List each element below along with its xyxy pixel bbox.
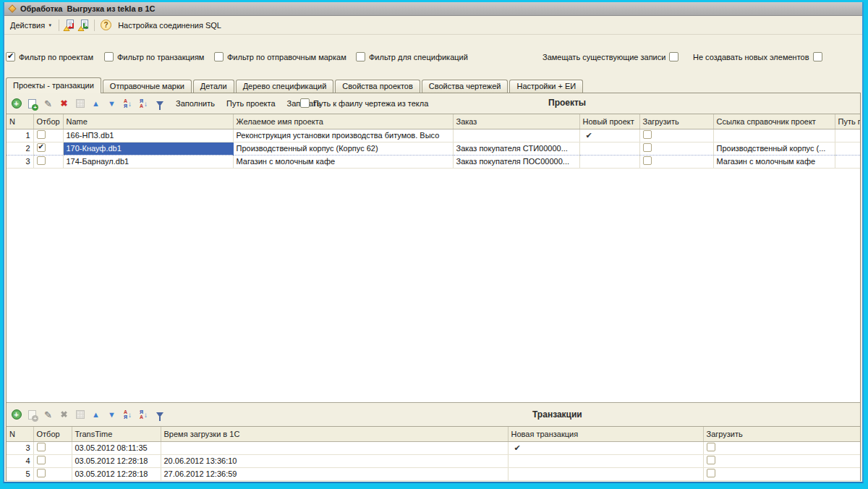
trans-time-cell[interactable]: 03.05.2012 08:11:35 xyxy=(72,441,161,454)
name-cell[interactable]: 174-Барнаул.db1 xyxy=(63,155,233,168)
column-header[interactable]: Name xyxy=(63,114,233,129)
sql-settings-button[interactable]: Настройка соединения SQL xyxy=(114,19,225,32)
otbor-checkbox-cell[interactable] xyxy=(33,441,72,454)
otbor-checkbox-cell[interactable] xyxy=(33,467,72,480)
column-header[interactable]: Ссылка справочник проект xyxy=(713,114,835,129)
add-icon[interactable]: + xyxy=(10,409,22,420)
row-number-cell[interactable]: 5 xyxy=(7,467,33,480)
add-icon[interactable]: + xyxy=(10,98,22,109)
order-cell[interactable]: Заказ покупателя СТИ00000... xyxy=(453,142,579,155)
project-ref-cell[interactable]: Магазин с молочным кафе xyxy=(713,155,835,168)
order-cell[interactable]: Заказ покупателя ПОС00000... xyxy=(453,155,579,168)
load-checkbox-cell[interactable] xyxy=(703,441,860,454)
row-number-cell[interactable]: 4 xyxy=(7,454,33,467)
column-header[interactable]: N xyxy=(7,427,33,441)
project-ref-cell[interactable]: Производственный корпус (... xyxy=(713,142,835,155)
load-checkbox-cell[interactable] xyxy=(639,155,713,168)
desired-name-cell[interactable]: Производственный корпус (Корпус 62) xyxy=(233,142,453,155)
trans-time-cell[interactable]: 03.05.2012 12:28:18 xyxy=(72,454,161,467)
new-transaction-cell[interactable]: ✔ xyxy=(508,441,703,454)
column-header[interactable]: Отбор xyxy=(33,427,72,441)
tab-projects-transactions[interactable]: Проекты - транзакции xyxy=(6,77,101,93)
sort-asc-icon[interactable]: АЯ↓ xyxy=(122,98,134,109)
column-header[interactable]: Новая транзакция xyxy=(508,427,703,441)
window-titlebar[interactable]: Обработка Выгрузка из tekla в 1С xyxy=(4,2,862,16)
new-transaction-cell[interactable] xyxy=(508,467,703,480)
load-checkbox-cell[interactable] xyxy=(639,142,713,155)
name-cell[interactable]: 166-НПЗ.db1 xyxy=(63,129,233,142)
tab-project-properties[interactable]: Свойства проектов xyxy=(335,80,420,93)
load-checkbox-cell[interactable] xyxy=(703,467,860,480)
filter-specifications-checkbox[interactable]: Фильтр для спецификаций xyxy=(356,52,468,61)
project-ref-cell[interactable] xyxy=(713,129,835,142)
list-settings-icon[interactable] xyxy=(153,409,166,420)
actions-button[interactable]: Действия ▼ xyxy=(7,19,56,32)
filter-shipping-marks-checkbox[interactable]: Фильтр по отправочным маркам xyxy=(214,52,346,61)
move-down-icon[interactable]: ▼ xyxy=(106,409,118,420)
sort-desc-icon[interactable]: ЯА↓ xyxy=(137,409,150,420)
otbor-checkbox-cell[interactable] xyxy=(33,129,63,142)
row-number-cell[interactable]: 3 xyxy=(7,441,33,454)
load-time-cell[interactable] xyxy=(161,441,508,454)
edit-icon[interactable]: ✎ xyxy=(42,98,54,109)
row-number-cell[interactable]: 2 xyxy=(7,142,33,155)
otbor-checkbox-cell[interactable] xyxy=(33,142,63,155)
tab-details[interactable]: Детали xyxy=(193,80,234,93)
edit-icon[interactable]: ✎ xyxy=(42,409,54,420)
fill-button[interactable]: Заполнить xyxy=(176,99,215,108)
column-header[interactable]: Время загрузки в 1С xyxy=(161,427,508,441)
help-icon[interactable]: ? xyxy=(101,20,111,30)
column-header[interactable]: Загрузить xyxy=(639,114,713,129)
move-up-icon[interactable]: ▲ xyxy=(90,98,102,109)
add-copy-icon[interactable]: + xyxy=(26,409,38,420)
otbor-checkbox-cell[interactable] xyxy=(33,155,63,168)
tab-settings-ei[interactable]: Настройки + ЕИ xyxy=(509,80,583,93)
path-cell[interactable] xyxy=(835,142,860,155)
filter-projects-checkbox[interactable]: Фильтр по проектам xyxy=(6,52,93,61)
name-cell[interactable]: 170-Кнауф.db1 xyxy=(63,142,233,155)
desired-name-cell[interactable]: Реконструкция установки производства бит… xyxy=(233,129,453,142)
new-project-cell[interactable] xyxy=(579,142,639,155)
order-icon[interactable] xyxy=(74,409,86,420)
row-number-cell[interactable]: 3 xyxy=(7,155,33,168)
order-cell[interactable] xyxy=(453,129,579,142)
load-time-cell[interactable]: 27.06.2012 12:36:59 xyxy=(161,467,508,480)
save-settings-icon[interactable] xyxy=(77,18,91,33)
column-header[interactable]: Отбор xyxy=(33,114,63,129)
column-header[interactable]: Желаемое имя проекта xyxy=(233,114,453,129)
delete-icon[interactable]: ✖ xyxy=(58,409,70,420)
column-header[interactable]: Новый проект xyxy=(579,114,639,129)
load-checkbox-cell[interactable] xyxy=(703,454,860,467)
project-path-button[interactable]: Путь проекта xyxy=(226,99,276,108)
new-transaction-cell[interactable] xyxy=(508,454,703,467)
load-settings-icon[interactable] xyxy=(62,18,77,33)
move-down-icon[interactable]: ▼ xyxy=(106,98,118,109)
delete-icon[interactable]: ✖ xyxy=(58,98,70,109)
sort-desc-icon[interactable]: ЯА↓ xyxy=(137,98,150,109)
tab-spec-tree[interactable]: Дерево спецификаций xyxy=(236,80,334,93)
tab-shipping-marks[interactable]: Отправочные марки xyxy=(103,80,192,93)
add-copy-icon[interactable]: + xyxy=(26,98,38,109)
row-number-cell[interactable]: 1 xyxy=(7,129,33,142)
desired-name-cell[interactable]: Магазин с молочным кафе xyxy=(233,155,453,168)
new-project-cell[interactable]: ✔ xyxy=(579,129,639,142)
column-header[interactable]: Путь пр... xyxy=(835,114,860,129)
column-header[interactable]: Загрузить xyxy=(703,427,860,441)
move-up-icon[interactable]: ▲ xyxy=(90,409,102,420)
column-header[interactable]: Заказ xyxy=(453,114,579,129)
drawing-path-checkbox[interactable]: Путь к фаилу чертежа из текла xyxy=(300,98,428,108)
tab-drawing-properties[interactable]: Свойства чертежей xyxy=(422,80,509,93)
path-cell[interactable] xyxy=(835,129,860,142)
replace-existing-records-checkbox[interactable]: Замещать существующие записи xyxy=(542,52,678,61)
no-new-elements-checkbox[interactable]: Не создавать новых элементов xyxy=(693,52,822,61)
load-checkbox-cell[interactable] xyxy=(639,129,713,142)
column-header[interactable]: TransTime xyxy=(72,427,161,441)
order-icon[interactable] xyxy=(74,98,86,109)
load-time-cell[interactable]: 20.06.2012 13:36:10 xyxy=(161,454,508,467)
trans-time-cell[interactable]: 03.05.2012 12:28:18 xyxy=(72,467,161,480)
list-settings-icon[interactable] xyxy=(153,98,166,109)
column-header[interactable]: N xyxy=(7,114,33,129)
sort-asc-icon[interactable]: АЯ↓ xyxy=(122,409,134,420)
path-cell[interactable] xyxy=(835,155,860,168)
new-project-cell[interactable] xyxy=(579,155,639,168)
